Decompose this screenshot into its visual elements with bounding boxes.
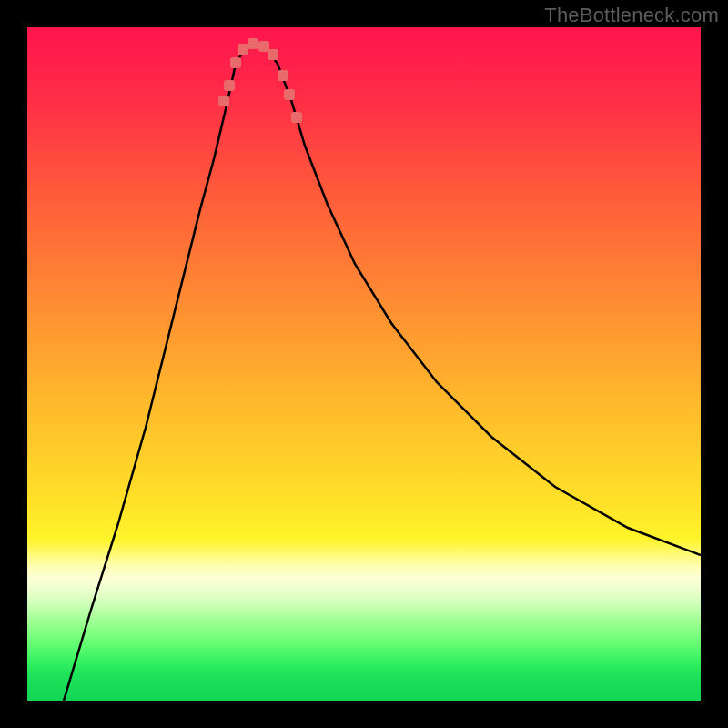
curve-marker — [291, 112, 302, 123]
curve-marker — [230, 57, 241, 68]
watermark-text: TheBottleneck.com — [544, 4, 719, 27]
curve-left-branch — [64, 44, 255, 701]
curve-marker — [268, 49, 278, 60]
curve-marker — [284, 89, 295, 100]
bottleneck-curve — [27, 27, 701, 701]
curve-marker — [258, 41, 269, 52]
curve-right-branch — [255, 44, 701, 555]
curve-marker — [218, 96, 229, 106]
curve-markers — [218, 38, 302, 123]
plot-area — [27, 27, 701, 701]
curve-marker — [224, 80, 235, 91]
chart-wrapper: TheBottleneck.com — [0, 0, 728, 728]
curve-marker — [278, 70, 288, 81]
curve-marker — [248, 38, 258, 49]
curve-marker — [238, 44, 248, 55]
